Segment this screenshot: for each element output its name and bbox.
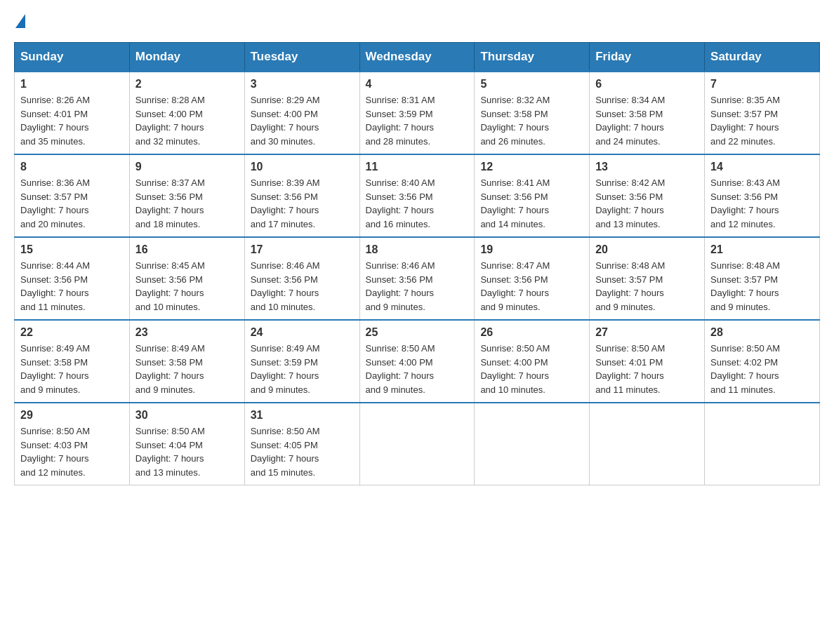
calendar-cell: 2Sunrise: 8:28 AMSunset: 4:00 PMDaylight… — [129, 72, 244, 154]
day-info: Sunrise: 8:35 AMSunset: 3:57 PMDaylight:… — [710, 93, 814, 148]
day-info: Sunrise: 8:50 AMSunset: 4:00 PMDaylight:… — [480, 342, 583, 396]
day-number: 14 — [710, 161, 814, 173]
day-info: Sunrise: 8:49 AMSunset: 3:59 PMDaylight:… — [251, 342, 354, 396]
weekday-header-monday: Monday — [129, 43, 244, 72]
day-info: Sunrise: 8:41 AMSunset: 3:56 PMDaylight:… — [480, 176, 583, 231]
calendar-cell: 28Sunrise: 8:50 AMSunset: 4:02 PMDayligh… — [705, 320, 820, 403]
day-info: Sunrise: 8:45 AMSunset: 3:56 PMDaylight:… — [135, 259, 239, 314]
day-number: 12 — [480, 161, 583, 173]
day-number: 11 — [366, 161, 469, 173]
calendar-table: SundayMondayTuesdayWednesdayThursdayFrid… — [14, 42, 820, 485]
calendar-cell: 7Sunrise: 8:35 AMSunset: 3:57 PMDaylight… — [705, 72, 820, 154]
day-number: 20 — [595, 243, 699, 256]
day-number: 28 — [710, 326, 814, 339]
day-info: Sunrise: 8:47 AMSunset: 3:56 PMDaylight:… — [480, 259, 583, 314]
calendar-cell: 11Sunrise: 8:40 AMSunset: 3:56 PMDayligh… — [359, 154, 475, 237]
day-info: Sunrise: 8:32 AMSunset: 3:58 PMDaylight:… — [480, 93, 583, 148]
weekday-header-friday: Friday — [590, 43, 705, 72]
calendar-cell: 18Sunrise: 8:46 AMSunset: 3:56 PMDayligh… — [359, 237, 475, 320]
day-number: 6 — [595, 78, 699, 90]
calendar-cell — [590, 403, 705, 485]
day-number: 1 — [20, 78, 124, 90]
calendar-cell: 20Sunrise: 8:48 AMSunset: 3:57 PMDayligh… — [590, 237, 705, 320]
calendar-cell: 15Sunrise: 8:44 AMSunset: 3:56 PMDayligh… — [15, 237, 130, 320]
weekday-header-tuesday: Tuesday — [244, 43, 359, 72]
day-info: Sunrise: 8:49 AMSunset: 3:58 PMDaylight:… — [135, 342, 239, 396]
calendar-cell: 23Sunrise: 8:49 AMSunset: 3:58 PMDayligh… — [129, 320, 244, 403]
calendar-cell: 21Sunrise: 8:48 AMSunset: 3:57 PMDayligh… — [705, 237, 820, 320]
day-info: Sunrise: 8:44 AMSunset: 3:56 PMDaylight:… — [20, 259, 124, 314]
day-number: 22 — [20, 326, 124, 339]
day-number: 26 — [480, 326, 583, 339]
day-number: 13 — [595, 161, 699, 173]
day-info: Sunrise: 8:50 AMSunset: 4:00 PMDaylight:… — [366, 342, 469, 396]
day-number: 17 — [251, 243, 354, 256]
calendar-cell: 12Sunrise: 8:41 AMSunset: 3:56 PMDayligh… — [475, 154, 590, 237]
day-info: Sunrise: 8:50 AMSunset: 4:03 PMDaylight:… — [20, 424, 124, 479]
weekday-header-thursday: Thursday — [475, 43, 590, 72]
logo — [14, 14, 27, 28]
day-info: Sunrise: 8:36 AMSunset: 3:57 PMDaylight:… — [20, 176, 124, 231]
calendar-cell: 16Sunrise: 8:45 AMSunset: 3:56 PMDayligh… — [129, 237, 244, 320]
day-info: Sunrise: 8:46 AMSunset: 3:56 PMDaylight:… — [251, 259, 354, 314]
weekday-header-saturday: Saturday — [705, 43, 820, 72]
calendar-cell: 27Sunrise: 8:50 AMSunset: 4:01 PMDayligh… — [590, 320, 705, 403]
day-number: 8 — [20, 161, 124, 173]
day-number: 31 — [251, 409, 354, 422]
day-info: Sunrise: 8:50 AMSunset: 4:05 PMDaylight:… — [251, 424, 354, 479]
day-info: Sunrise: 8:37 AMSunset: 3:56 PMDaylight:… — [135, 176, 239, 231]
day-number: 30 — [135, 409, 239, 422]
calendar-cell: 30Sunrise: 8:50 AMSunset: 4:04 PMDayligh… — [129, 403, 244, 485]
calendar-cell: 9Sunrise: 8:37 AMSunset: 3:56 PMDaylight… — [129, 154, 244, 237]
calendar-cell: 26Sunrise: 8:50 AMSunset: 4:00 PMDayligh… — [475, 320, 590, 403]
day-info: Sunrise: 8:34 AMSunset: 3:58 PMDaylight:… — [595, 93, 699, 148]
calendar-cell: 24Sunrise: 8:49 AMSunset: 3:59 PMDayligh… — [244, 320, 359, 403]
calendar-week-row: 15Sunrise: 8:44 AMSunset: 3:56 PMDayligh… — [15, 237, 820, 320]
day-number: 21 — [710, 243, 814, 256]
calendar-cell: 29Sunrise: 8:50 AMSunset: 4:03 PMDayligh… — [15, 403, 130, 485]
day-info: Sunrise: 8:31 AMSunset: 3:59 PMDaylight:… — [366, 93, 469, 148]
logo-triangle-icon — [15, 14, 25, 28]
day-number: 18 — [366, 243, 469, 256]
day-info: Sunrise: 8:39 AMSunset: 3:56 PMDaylight:… — [251, 176, 354, 231]
calendar-cell: 22Sunrise: 8:49 AMSunset: 3:58 PMDayligh… — [15, 320, 130, 403]
calendar-cell — [705, 403, 820, 485]
calendar-week-row: 29Sunrise: 8:50 AMSunset: 4:03 PMDayligh… — [15, 403, 820, 485]
calendar-cell: 4Sunrise: 8:31 AMSunset: 3:59 PMDaylight… — [359, 72, 475, 154]
day-number: 27 — [595, 326, 699, 339]
day-number: 23 — [135, 326, 239, 339]
calendar-cell: 31Sunrise: 8:50 AMSunset: 4:05 PMDayligh… — [244, 403, 359, 485]
page-header — [14, 14, 820, 28]
day-number: 29 — [20, 409, 124, 422]
day-number: 19 — [480, 243, 583, 256]
day-info: Sunrise: 8:50 AMSunset: 4:01 PMDaylight:… — [595, 342, 699, 396]
day-number: 5 — [480, 78, 583, 90]
calendar-cell: 17Sunrise: 8:46 AMSunset: 3:56 PMDayligh… — [244, 237, 359, 320]
calendar-cell: 3Sunrise: 8:29 AMSunset: 4:00 PMDaylight… — [244, 72, 359, 154]
day-info: Sunrise: 8:29 AMSunset: 4:00 PMDaylight:… — [251, 93, 354, 148]
day-info: Sunrise: 8:50 AMSunset: 4:04 PMDaylight:… — [135, 424, 239, 479]
calendar-cell: 25Sunrise: 8:50 AMSunset: 4:00 PMDayligh… — [359, 320, 475, 403]
day-info: Sunrise: 8:50 AMSunset: 4:02 PMDaylight:… — [710, 342, 814, 396]
weekday-header-wednesday: Wednesday — [359, 43, 475, 72]
day-info: Sunrise: 8:43 AMSunset: 3:56 PMDaylight:… — [710, 176, 814, 231]
day-number: 16 — [135, 243, 239, 256]
day-number: 15 — [20, 243, 124, 256]
day-number: 4 — [366, 78, 469, 90]
day-info: Sunrise: 8:48 AMSunset: 3:57 PMDaylight:… — [710, 259, 814, 314]
calendar-week-row: 8Sunrise: 8:36 AMSunset: 3:57 PMDaylight… — [15, 154, 820, 237]
day-info: Sunrise: 8:46 AMSunset: 3:56 PMDaylight:… — [366, 259, 469, 314]
calendar-cell: 13Sunrise: 8:42 AMSunset: 3:56 PMDayligh… — [590, 154, 705, 237]
calendar-cell: 14Sunrise: 8:43 AMSunset: 3:56 PMDayligh… — [705, 154, 820, 237]
day-info: Sunrise: 8:42 AMSunset: 3:56 PMDaylight:… — [595, 176, 699, 231]
calendar-cell: 19Sunrise: 8:47 AMSunset: 3:56 PMDayligh… — [475, 237, 590, 320]
day-info: Sunrise: 8:48 AMSunset: 3:57 PMDaylight:… — [595, 259, 699, 314]
day-number: 24 — [251, 326, 354, 339]
calendar-week-row: 1Sunrise: 8:26 AMSunset: 4:01 PMDaylight… — [15, 72, 820, 154]
calendar-week-row: 22Sunrise: 8:49 AMSunset: 3:58 PMDayligh… — [15, 320, 820, 403]
day-number: 7 — [710, 78, 814, 90]
calendar-cell: 5Sunrise: 8:32 AMSunset: 3:58 PMDaylight… — [475, 72, 590, 154]
day-info: Sunrise: 8:26 AMSunset: 4:01 PMDaylight:… — [20, 93, 124, 148]
calendar-cell: 6Sunrise: 8:34 AMSunset: 3:58 PMDaylight… — [590, 72, 705, 154]
calendar-cell: 8Sunrise: 8:36 AMSunset: 3:57 PMDaylight… — [15, 154, 130, 237]
